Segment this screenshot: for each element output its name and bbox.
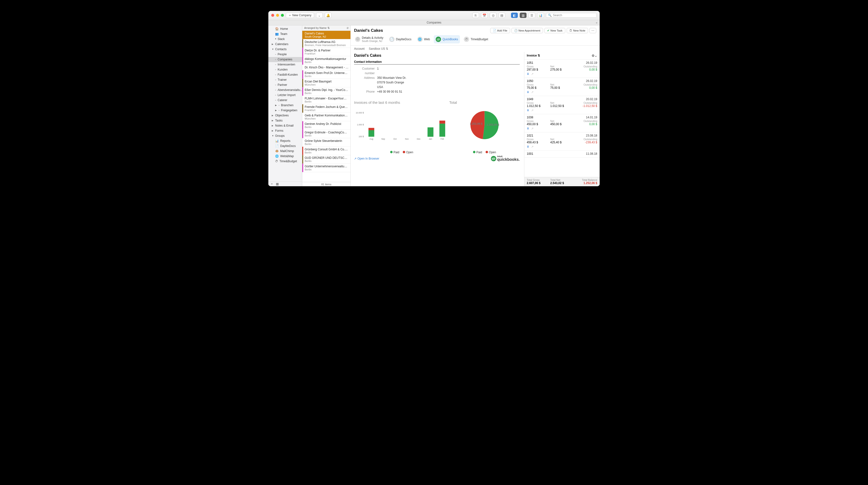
item-icon: ▫ bbox=[275, 98, 276, 102]
sidebar-item-partner[interactable]: ▫Partner bbox=[268, 82, 302, 88]
company-item[interactable]: Dietze Dr. & PartnerFrankfurt bbox=[302, 48, 350, 56]
dropdown-button[interactable]: ⌄ bbox=[316, 12, 323, 18]
download-icon[interactable]: ⬇ bbox=[527, 90, 529, 94]
new-appointment-button[interactable]: 🕐New Appointment bbox=[512, 28, 543, 33]
sidebar-item-mailchimp[interactable]: 🐵MailChimp bbox=[268, 149, 302, 154]
tab-time-budget[interactable]: ⏱Time&Budget bbox=[462, 35, 490, 44]
tool-target-icon[interactable]: ◎ bbox=[490, 12, 496, 18]
new-note-button[interactable]: 🗒New Note bbox=[567, 28, 588, 33]
more-button[interactable]: ⋯ bbox=[589, 28, 596, 33]
sidebar-item-label: Freigegeben bbox=[281, 108, 297, 113]
invoice-row[interactable]: 105126.02.19Gross297,00 $Net275,00 $Outs… bbox=[524, 60, 600, 78]
layout-chart-icon[interactable]: 📊 bbox=[537, 12, 544, 18]
sidebar-item-people[interactable]: ▫People bbox=[268, 52, 302, 57]
company-item[interactable]: Geib & Partner KommunikationsagenturMünc… bbox=[302, 113, 350, 121]
download-icon[interactable]: ⬇ bbox=[527, 109, 529, 112]
company-item[interactable]: Deutsche Lufthansa AGBremen, Freie Hanse… bbox=[302, 39, 350, 48]
company-item[interactable]: Gentner Andrey Dr. PublizistBerlin bbox=[302, 121, 350, 130]
new-task-button[interactable]: ✔New Task bbox=[545, 28, 565, 33]
company-item[interactable]: Ercan Diel BaumgartMünchen bbox=[302, 79, 350, 87]
sidebar-item-slack[interactable]: •Slack bbox=[268, 37, 302, 42]
tool-archive-icon[interactable]: ⎘ bbox=[472, 12, 479, 18]
add-file-button[interactable]: 📄Add File bbox=[490, 28, 510, 33]
company-item[interactable]: Fremde Federn Jochum & Quentel Gb...Fran… bbox=[302, 104, 350, 113]
sidebar-item-reports[interactable]: 📊Reports bbox=[268, 139, 302, 144]
account-select[interactable]: Sandbox US ⇅ bbox=[369, 47, 389, 51]
company-item[interactable]: Emerich Sven Prof.Dr. Unternehmensb...Be… bbox=[302, 70, 350, 79]
company-item[interactable]: Grünberg Consult GmbH & Co. KgBerlin bbox=[302, 147, 350, 155]
tool-calendar-icon[interactable]: 📅 bbox=[481, 12, 488, 18]
invoice-row[interactable]: 102123.08.18Gross459,43 $Net425,40 $Outs… bbox=[524, 133, 600, 150]
sidebar-item-objectives[interactable]: ▶Objectives bbox=[268, 113, 302, 118]
download-icon[interactable]: ⬇ bbox=[527, 145, 529, 148]
invoice-gross: 297,00 $ bbox=[527, 68, 550, 71]
tab-details-activity[interactable]: ⓘDetails & ActivitySouth Orange, NJ bbox=[353, 35, 385, 44]
new-company-button[interactable]: ＋New Company bbox=[286, 12, 314, 18]
invoice-row[interactable]: 104920.02.19Gross1.012,50 $Net1.012,50 $… bbox=[524, 96, 600, 114]
invoice-row[interactable]: 103814.01.19Gross450,00 $Net450,00 $Outs… bbox=[524, 114, 600, 133]
open-in-browser-link[interactable]: ↗Open In Browser bbox=[354, 157, 379, 160]
item-icon: ▫ bbox=[275, 93, 276, 97]
company-item[interactable]: Daniel's CakesSouth Orange, NJ bbox=[302, 31, 350, 39]
company-item[interactable]: Gürtler Unternehmensverwaltung GmbHBerli… bbox=[302, 164, 350, 172]
add-icon[interactable]: ＋ bbox=[270, 182, 273, 186]
company-item[interactable]: Dr. Kirsch Öko - Management - Consult bbox=[302, 65, 350, 70]
share-icon[interactable]: ↗ bbox=[531, 72, 533, 76]
grid-icon[interactable]: ▦ bbox=[276, 182, 279, 186]
sidebar-item-letzter-import[interactable]: ▫Letzter Import bbox=[268, 93, 302, 98]
company-item[interactable]: diálogo KommunikationsagenturBerlin bbox=[302, 56, 350, 65]
sidebar-item-time-budget[interactable]: ⏱Time&Budget bbox=[268, 159, 302, 164]
company-item[interactable]: Gregor Erdmute - CoachingConceptsBerlin bbox=[302, 130, 350, 138]
sidebar-item-fastbill-kunden[interactable]: ▫Fastbill-Kunden bbox=[268, 72, 302, 77]
layout-list-icon[interactable]: ☰ bbox=[528, 12, 535, 18]
invoice-row[interactable]: 100111.08.18 bbox=[524, 150, 600, 158]
invoice-header[interactable]: Invoice ⇅ bbox=[527, 54, 540, 57]
item-icon: ▫ bbox=[275, 63, 276, 67]
sidebar-item-notes-email[interactable]: ▶Notes & Email bbox=[268, 123, 302, 128]
legend-open-dot bbox=[403, 151, 405, 153]
sidebar-item-home[interactable]: 🏠Home bbox=[268, 26, 302, 31]
list-header[interactable]: Arranged by Name⇅ ⎚ bbox=[302, 25, 350, 31]
share-icon[interactable]: ↗ bbox=[531, 127, 533, 130]
sidebar-item-companies[interactable]: ▫Companies bbox=[268, 57, 302, 62]
tab-quickbooks[interactable]: qbQuickBooks bbox=[434, 35, 460, 44]
bell-button[interactable]: 🔔 bbox=[325, 12, 332, 18]
tab-web[interactable]: 🌐Web bbox=[415, 35, 432, 44]
close-window-icon[interactable] bbox=[271, 14, 274, 17]
invoice-row[interactable]: 105026.02.19Gross75,00 $Net75,00 $Outsta… bbox=[524, 78, 600, 96]
share-icon[interactable]: ↗ bbox=[531, 145, 533, 148]
share-icon[interactable]: ↗ bbox=[531, 109, 533, 112]
company-item[interactable]: Eßer Dennis Dipl. Ing. - YourCoachBerlin bbox=[302, 87, 350, 96]
company-item[interactable]: FLMH Lohmaier - EscapeYourMindBerlin bbox=[302, 96, 350, 104]
sidebar-item-kunden[interactable]: ▫Kunden bbox=[268, 67, 302, 72]
sidebar-item-abendveranstaltu-[interactable]: ▫Abendveranstaltu... bbox=[268, 88, 302, 93]
sidebar-item-branchen[interactable]: ▶▫Branchen bbox=[268, 103, 302, 108]
sidebar-item-daylitedocs[interactable]: 📄DayliteDocs bbox=[268, 144, 302, 149]
sidebar-item-forms[interactable]: ▶Forms bbox=[268, 128, 302, 133]
sidebar-item-team[interactable]: 👥Team bbox=[268, 31, 302, 37]
layout-sidebar-icon[interactable]: ◧ bbox=[511, 12, 518, 18]
gear-icon[interactable]: ⚙︎⌄ bbox=[592, 54, 597, 57]
sidebar-item-web-map[interactable]: 🌐Web&Map bbox=[268, 154, 302, 159]
download-icon[interactable]: ⬇ bbox=[527, 72, 529, 76]
sidebar-item-trainer[interactable]: ▫Trainer bbox=[268, 77, 302, 82]
sidebar-item-contacts[interactable]: ▼Contacts bbox=[268, 47, 302, 52]
company-item[interactable]: GUD GRÜNER UND DEUTSCHER GmbHBerlin bbox=[302, 155, 350, 164]
download-icon[interactable]: ⬇ bbox=[527, 127, 529, 130]
sidebar-item-groups[interactable]: ▼Groups bbox=[268, 133, 302, 139]
sidebar-item-freigegeben[interactable]: ▶▫Freigegeben bbox=[268, 108, 302, 113]
layout-split-icon[interactable]: ▥ bbox=[520, 12, 527, 18]
tool-board-icon[interactable]: ▤ bbox=[498, 12, 505, 18]
company-item[interactable]: Gröne Sylvie SteuerberaterinBerlin bbox=[302, 138, 350, 147]
sidebar-item-caterer[interactable]: ▫Caterer bbox=[268, 98, 302, 103]
minimize-window-icon[interactable] bbox=[276, 14, 279, 17]
share-icon[interactable]: ↗ bbox=[531, 90, 533, 94]
zoom-window-icon[interactable] bbox=[281, 14, 284, 17]
sidebar-item-interessenten[interactable]: ▫Interessenten bbox=[268, 62, 302, 67]
new-tab-button[interactable]: ＋ bbox=[595, 21, 598, 25]
filter-icon[interactable]: ⎚ bbox=[347, 26, 348, 29]
sidebar-item-calendars[interactable]: ▶Calendars bbox=[268, 42, 302, 47]
search-input[interactable]: 🔍Search bbox=[546, 13, 597, 18]
sidebar-item-tasks[interactable]: ▶Tasks bbox=[268, 118, 302, 123]
tab-daylitedocs[interactable]: 📄DayliteDocs bbox=[387, 35, 413, 44]
